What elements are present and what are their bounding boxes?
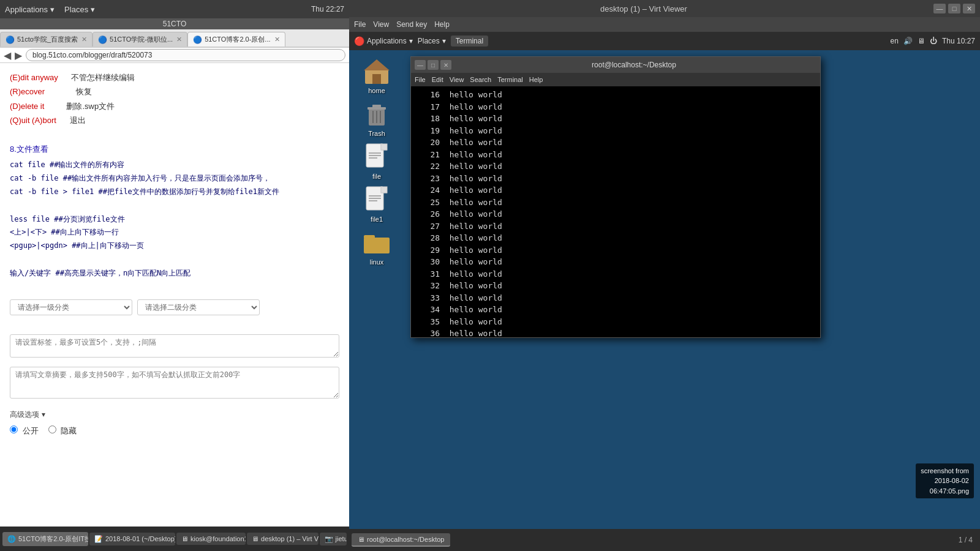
tab-close-2[interactable]: ✕ [274,36,280,43]
taskbar-gedit[interactable]: 📝 2018-08-01 (~/Desktop) - gedit [89,533,175,545]
tab-2[interactable]: 🔵 51CTO博客2.0-原创... ✕ [187,32,285,47]
gnome-places-btn[interactable]: Places ▾ [418,37,446,45]
summary-input[interactable] [10,367,339,399]
tab-0[interactable]: 🔵 51cto学院_百度搜索 ✕ [0,32,92,47]
term-menu-terminal[interactable]: Terminal [497,76,523,83]
virt-maximize-button[interactable]: □ [948,4,960,13]
taskbar-kiosk[interactable]: 🖥 kiosk@foundation115:~ [176,533,246,545]
svg-rect-22 [364,235,375,239]
form-section: 请选择一级分类 请选择二级分类 高级选项 ▾ 公开 [10,299,339,438]
desktop-icon-trash[interactable]: Trash [355,99,398,137]
terminal-line: 20 hello world [416,137,815,149]
desktop-icon-home[interactable]: home [355,56,398,94]
gnome-applications-btn[interactable]: 🔴 Applications ▾ [354,36,413,46]
terminal-line: 34 hello world [416,304,815,316]
terminal-line: 17 hello world [416,101,815,113]
adv-options-label: 高级选项 [10,408,39,422]
taskbar-jietu[interactable]: 📷 jietu [320,533,347,545]
gnome-terminal-btn[interactable]: Terminal [451,36,488,47]
term-menu-view[interactable]: View [450,76,464,83]
taskbar-virt[interactable]: 🖥 desktop (1) – Virt Viewer [247,533,318,545]
term-menu-edit[interactable]: Edit [432,76,443,83]
taskbar-blog[interactable]: 🌐 51CTO博客2.0-原创IT技术文章分... [2,532,88,546]
virt-taskbar: 🖥 root@localhost:~/Desktop 1 / 4 [349,529,980,551]
term-close-button[interactable]: ✕ [440,60,451,70]
virt-menu-help[interactable]: Help [434,20,450,29]
virt-minimize-button[interactable]: — [933,4,946,13]
category2-select[interactable]: 请选择二级分类 [137,299,260,315]
public-radio[interactable] [10,425,18,433]
places-arrow: ▾ [91,5,95,14]
content-line-4: <上>|<下> ##向上向下移动一行 [10,226,339,239]
svg-rect-11 [381,144,387,150]
advanced-options[interactable]: 高级选项 ▾ [10,408,339,422]
back-button[interactable]: ◀ [4,50,11,61]
desktop-icon-file1[interactable]: file1 [355,185,398,223]
terminal-window: — □ ✕ root@localhost:~/Desktop File Edit… [410,56,821,338]
virt-close-button[interactable]: ✕ [963,4,975,13]
tags-input[interactable] [10,334,339,358]
edit-option-2: (D)elete it 删除.swp文件 [10,99,339,113]
gnome-time: Thu 10:27 [942,37,975,45]
terminal-line: 24 hello world [416,184,815,197]
forward-button[interactable]: ▶ [15,50,22,61]
hidden-radio[interactable] [48,425,56,433]
virt-task-terminal[interactable]: 🖥 root@localhost:~/Desktop [352,533,450,547]
trash-icon [362,99,391,129]
address-bar: ◀ ▶ [0,48,349,63]
browser-content: (E)dit anyway 不管怎样继续编辑 (R)ecover 恢复 (D)e… [0,63,349,527]
screenshot-line1: screenshot from [921,466,969,476]
terminal-line: 26 hello world [416,208,815,220]
virt-menu-file[interactable]: File [354,20,366,29]
virt-menu-view[interactable]: View [373,20,389,29]
gnome-app-label: Applications [367,37,407,45]
trash-icon-label: Trash [368,130,385,137]
virt-page-number: 1 / 4 [959,536,978,544]
term-content[interactable]: 16 hello world 17 hello world 18 hello w… [411,86,820,337]
terminal-line: 29 hello world [416,244,815,257]
svg-rect-13 [369,155,381,156]
browser-window-title: 51CTO [0,18,349,29]
places-label[interactable]: Places [64,5,88,14]
edit-option-label-3[interactable]: (Q)uit (A)bort [10,116,56,125]
tab-1[interactable]: 🔵 51CTO学院-微职位... ✕ [92,32,187,47]
edit-option-3: (Q)uit (A)bort 退出 [10,113,339,127]
file-icon-label: file [372,173,381,180]
term-menu-file[interactable]: File [415,76,426,83]
desktop-icon-file[interactable]: file [355,142,398,180]
virt-window-buttons: — □ ✕ [933,4,975,13]
term-maximize-button[interactable]: □ [428,60,439,70]
address-input[interactable] [26,49,345,61]
screenshot-line2: 2018-08-02 [921,476,969,486]
term-menu-help[interactable]: Help [529,76,543,83]
desktop-icon-linux[interactable]: linux [355,228,398,266]
taskbar-virt-icon: 🖥 [252,535,258,542]
taskbar-jietu-icon: 📷 [325,535,333,543]
edit-option-label-0[interactable]: (E)dit anyway [10,73,58,82]
term-menu-search[interactable]: Search [470,76,491,83]
terminal-line: 30 hello world [416,256,815,268]
public-option[interactable]: 公开 [10,424,39,438]
gnome-power-icon: ⏻ [930,37,937,45]
tab-close-1[interactable]: ✕ [176,36,182,43]
virt-title-text: desktop (1) – Virt Viewer [354,4,933,13]
category1-select[interactable]: 请选择一级分类 [10,299,132,315]
applications-label[interactable]: Applications [5,5,48,14]
taskbar-jietu-label: jietu [336,535,347,542]
applications-menu[interactable]: Applications ▾ [5,5,55,14]
edit-option-label-2[interactable]: (D)elete it [10,102,44,111]
term-minimize-button[interactable]: — [415,60,426,70]
content-line-0: cat file ##输出文件的所有内容 [10,159,339,172]
public-label: 公开 [23,426,39,435]
virt-task-terminal-label: root@localhost:~/Desktop [367,536,444,543]
terminal-line: 16 hello world [416,89,815,101]
edit-option-label-1[interactable]: (R)ecover [10,87,45,96]
edit-option-0: (E)dit anyway 不管怎样继续编辑 [10,70,339,84]
virt-menu-sendkey[interactable]: Send key [396,20,427,29]
places-menu[interactable]: Places ▾ [64,5,95,14]
linux-icon-label: linux [370,258,384,266]
hidden-option[interactable]: 隐藏 [48,424,77,438]
svg-marker-1 [364,59,390,70]
tab-close-0[interactable]: ✕ [81,36,87,43]
virt-menu-bar: File View Send key Help [349,17,980,32]
